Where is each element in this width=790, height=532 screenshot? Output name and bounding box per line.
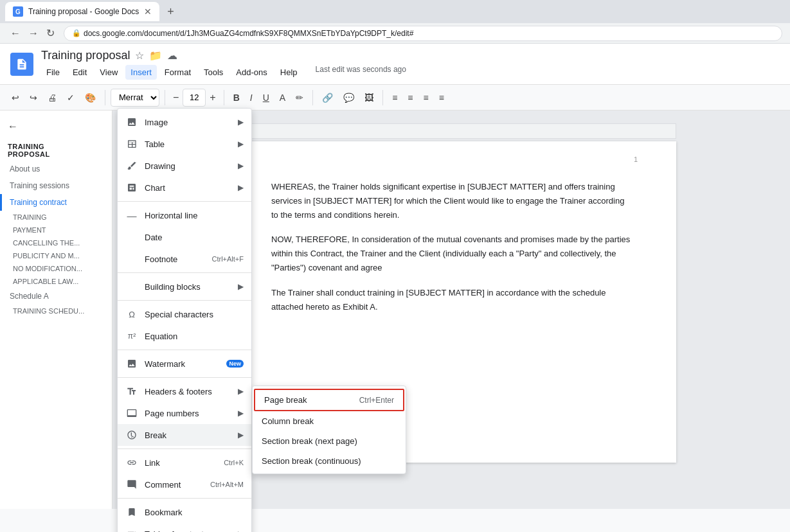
special-chars-icon: Ω xyxy=(125,308,138,321)
page-numbers-label: Page numbers xyxy=(145,409,238,418)
link-menu-icon xyxy=(125,456,138,469)
column-break-label: Column break xyxy=(262,416,314,426)
table-label: Table xyxy=(145,139,238,149)
break-icon xyxy=(125,429,138,441)
chart-menu-icon xyxy=(125,181,138,194)
break-label: Break xyxy=(145,430,238,440)
headers-footers-icon xyxy=(125,385,138,398)
special-characters-label: Special characters xyxy=(145,310,244,319)
chart-arrow: ▶ xyxy=(238,183,244,192)
break-submenu: Page break Ctrl+Enter Column break Secti… xyxy=(252,386,406,474)
insert-special-characters[interactable]: Ω Special characters xyxy=(118,303,251,325)
insert-link[interactable]: Link Ctrl+K xyxy=(118,452,251,474)
footnote-menu-icon xyxy=(125,253,138,265)
insert-chart[interactable]: Chart ▶ xyxy=(118,177,251,199)
image-arrow: ▶ xyxy=(238,118,244,127)
new-badge: New xyxy=(226,360,244,368)
watermark-label: Watermark xyxy=(145,359,222,369)
equation-icon: π² xyxy=(125,330,138,342)
insert-equation[interactable]: π² Equation xyxy=(118,325,251,347)
horizontal-line-icon: — xyxy=(125,209,138,222)
insert-building-blocks[interactable]: Building blocks ▶ xyxy=(118,276,251,297)
equation-label: Equation xyxy=(145,332,244,341)
insert-drawing[interactable]: Drawing ▶ xyxy=(118,155,251,177)
separator-3 xyxy=(118,300,251,301)
comment-label: Comment xyxy=(145,480,210,490)
page-numbers-icon xyxy=(125,407,138,420)
drawing-arrow: ▶ xyxy=(238,161,244,170)
section-continuous-item[interactable]: Section break (continuous) xyxy=(253,451,406,471)
insert-horizontal-line[interactable]: — Horizontal line xyxy=(118,204,251,226)
page-break-label: Page break xyxy=(264,395,307,405)
drawing-label: Drawing xyxy=(145,161,238,171)
bookmark-icon xyxy=(125,506,138,509)
page-break-item[interactable]: Page break Ctrl+Enter xyxy=(254,389,404,411)
break-arrow: ▶ xyxy=(238,430,244,439)
comment-menu-icon xyxy=(125,478,138,491)
section-next-page-item[interactable]: Section break (next page) xyxy=(253,431,406,451)
chart-label: Chart xyxy=(145,183,238,193)
separator-1 xyxy=(118,201,251,202)
insert-footnote[interactable]: Footnote Ctrl+Alt+F xyxy=(118,248,251,270)
table-menu-icon xyxy=(125,137,138,150)
footnote-shortcut: Ctrl+Alt+F xyxy=(211,255,244,263)
separator-6 xyxy=(118,448,251,449)
comment-shortcut: Ctrl+Alt+M xyxy=(210,481,244,488)
section-next-page-label: Section break (next page) xyxy=(262,436,357,446)
drawing-menu-icon xyxy=(125,159,138,172)
image-menu-icon xyxy=(125,116,138,129)
separator-5 xyxy=(118,377,251,378)
building-blocks-arrow: ▶ xyxy=(238,282,244,291)
separator-7 xyxy=(118,498,251,499)
separator-4 xyxy=(118,350,251,350)
page-numbers-arrow: ▶ xyxy=(238,409,244,418)
image-label: Image xyxy=(145,118,238,127)
date-label: Date xyxy=(145,233,244,242)
link-label: Link xyxy=(145,458,224,468)
headers-footers-label: Headers & footers xyxy=(145,387,238,396)
insert-menu: Image ▶ Table ▶ Drawing ▶ Chart ▶ — Hori… xyxy=(117,108,252,509)
building-blocks-icon xyxy=(125,280,138,293)
insert-date[interactable]: Date xyxy=(118,226,251,248)
insert-break[interactable]: Break ▶ xyxy=(118,424,251,446)
bookmark-label: Bookmark xyxy=(145,508,244,510)
building-blocks-label: Building blocks xyxy=(145,282,238,292)
insert-watermark[interactable]: Watermark New xyxy=(118,353,251,375)
table-arrow: ▶ xyxy=(238,139,244,148)
insert-comment[interactable]: Comment Ctrl+Alt+M xyxy=(118,474,251,495)
footnote-label: Footnote xyxy=(145,254,211,264)
date-menu-icon xyxy=(125,231,138,244)
watermark-icon xyxy=(125,357,138,370)
column-break-item[interactable]: Column break xyxy=(253,411,406,431)
link-shortcut: Ctrl+K xyxy=(224,459,244,466)
headers-arrow: ▶ xyxy=(238,387,244,396)
insert-bookmark[interactable]: Bookmark xyxy=(118,501,251,509)
insert-page-numbers[interactable]: Page numbers ▶ xyxy=(118,402,251,424)
insert-headers-footers[interactable]: Headers & footers ▶ xyxy=(118,380,251,402)
insert-table[interactable]: Table ▶ xyxy=(118,133,251,155)
separator-2 xyxy=(118,272,251,273)
page-break-shortcut: Ctrl+Enter xyxy=(359,396,394,405)
insert-image[interactable]: Image ▶ xyxy=(118,111,251,133)
horizontal-line-label: Horizontal line xyxy=(145,211,244,220)
section-continuous-label: Section break (continuous) xyxy=(262,456,361,466)
